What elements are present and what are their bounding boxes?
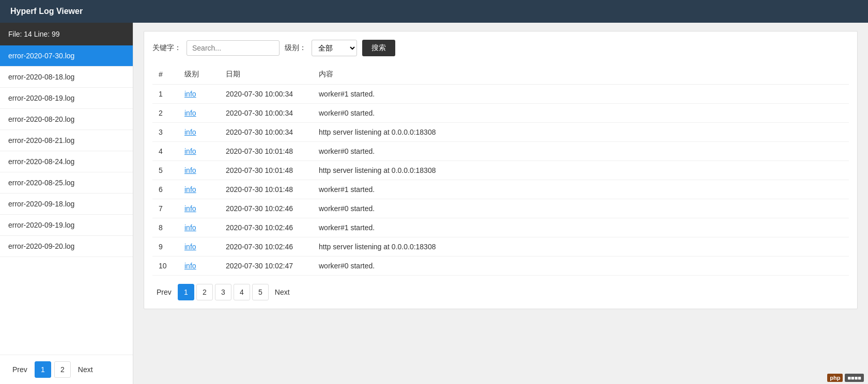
cell-content: worker#0 started.: [313, 199, 849, 218]
sidebar-page-button[interactable]: 1: [35, 361, 51, 378]
sidebar-item[interactable]: error-2020-07-30.log: [0, 45, 133, 67]
cell-num: 2: [152, 104, 178, 123]
cell-num: 4: [152, 142, 178, 161]
sidebar-item[interactable]: error-2020-08-24.log: [0, 151, 133, 172]
cell-content: http server listening at 0.0.0.0:18308: [313, 161, 849, 180]
cell-date: 2020-07-30 10:01:48: [220, 161, 313, 180]
table-row: 7info2020-07-30 10:02:46worker#0 started…: [152, 199, 849, 218]
footer-version-badge: ■■■■: [845, 374, 864, 382]
cell-num: 1: [152, 85, 178, 104]
cell-content: http server listening at 0.0.0.0:18308: [313, 123, 849, 142]
cell-date: 2020-07-30 10:00:34: [220, 123, 313, 142]
cell-date: 2020-07-30 10:01:48: [220, 142, 313, 161]
content-pagination: Prev12345Next: [152, 284, 849, 300]
table-row: 4info2020-07-30 10:01:48worker#0 started…: [152, 142, 849, 161]
cell-content: worker#1 started.: [313, 180, 849, 199]
cell-num: 9: [152, 237, 178, 257]
keyword-label: 关键字：: [152, 43, 181, 53]
sidebar: File: 14 Line: 99 error-2020-07-30.loger…: [0, 23, 133, 384]
sidebar-header: File: 14 Line: 99: [0, 23, 133, 45]
footer-php-label: php: [827, 374, 843, 382]
cell-level[interactable]: info: [178, 104, 220, 123]
content-page-button[interactable]: 2: [196, 284, 213, 300]
log-table: #级别日期内容 1info2020-07-30 10:00:34worker#1…: [152, 65, 849, 276]
cell-level[interactable]: info: [178, 237, 220, 257]
cell-num: 8: [152, 218, 178, 237]
topbar: Hyperf Log Viewer: [0, 0, 868, 23]
sidebar-pagination: Prev12Next: [0, 355, 133, 384]
content-page-button[interactable]: 1: [178, 284, 194, 300]
table-row: 1info2020-07-30 10:00:34worker#1 started…: [152, 85, 849, 104]
cell-level[interactable]: info: [178, 257, 220, 276]
content-area: 关键字： 级别： 全部infowarningerrordebug 搜索 #级别日…: [133, 23, 868, 384]
table-col-header: 级别: [178, 65, 220, 85]
cell-level[interactable]: info: [178, 161, 220, 180]
content-page-button[interactable]: 4: [234, 284, 250, 300]
cell-content: worker#0 started.: [313, 142, 849, 161]
content-card: 关键字： 级别： 全部infowarningerrordebug 搜索 #级别日…: [144, 31, 858, 309]
table-row: 10info2020-07-30 10:02:47worker#0 starte…: [152, 257, 849, 276]
footer: php ■■■■: [823, 372, 868, 384]
cell-date: 2020-07-30 10:02:46: [220, 218, 313, 237]
search-bar: 关键字： 级别： 全部infowarningerrordebug 搜索: [152, 40, 849, 56]
level-select[interactable]: 全部infowarningerrordebug: [312, 40, 357, 56]
cell-num: 6: [152, 180, 178, 199]
table-row: 2info2020-07-30 10:00:34worker#0 started…: [152, 104, 849, 123]
sidebar-file-list: error-2020-07-30.logerror-2020-08-18.log…: [0, 45, 133, 355]
cell-level[interactable]: info: [178, 85, 220, 104]
sidebar-item[interactable]: error-2020-08-19.log: [0, 88, 133, 109]
main-layout: File: 14 Line: 99 error-2020-07-30.loger…: [0, 23, 868, 384]
table-row: 9info2020-07-30 10:02:46http server list…: [152, 237, 849, 257]
cell-date: 2020-07-30 10:02:46: [220, 199, 313, 218]
sidebar-item[interactable]: error-2020-08-18.log: [0, 67, 133, 88]
sidebar-prev-button[interactable]: Prev: [8, 361, 32, 378]
table-row: 3info2020-07-30 10:00:34http server list…: [152, 123, 849, 142]
sidebar-item[interactable]: error-2020-08-20.log: [0, 109, 133, 130]
cell-content: worker#1 started.: [313, 85, 849, 104]
cell-date: 2020-07-30 10:00:34: [220, 85, 313, 104]
cell-num: 7: [152, 199, 178, 218]
cell-date: 2020-07-30 10:02:47: [220, 257, 313, 276]
cell-content: worker#0 started.: [313, 104, 849, 123]
cell-content: http server listening at 0.0.0.0:18308: [313, 237, 849, 257]
cell-num: 3: [152, 123, 178, 142]
content-page-button[interactable]: 5: [252, 284, 269, 300]
table-header: #级别日期内容: [152, 65, 849, 85]
cell-content: worker#0 started.: [313, 257, 849, 276]
table-col-header: 日期: [220, 65, 313, 85]
cell-level[interactable]: info: [178, 199, 220, 218]
cell-level[interactable]: info: [178, 218, 220, 237]
sidebar-item[interactable]: error-2020-09-19.log: [0, 215, 133, 236]
content-prev-button[interactable]: Prev: [152, 284, 176, 300]
sidebar-next-button[interactable]: Next: [74, 361, 97, 378]
cell-level[interactable]: info: [178, 123, 220, 142]
table-body: 1info2020-07-30 10:00:34worker#1 started…: [152, 85, 849, 276]
sidebar-item[interactable]: error-2020-09-20.log: [0, 236, 133, 257]
content-page-button[interactable]: 3: [215, 284, 231, 300]
table-col-header: #: [152, 65, 178, 85]
cell-level[interactable]: info: [178, 142, 220, 161]
search-button[interactable]: 搜索: [362, 40, 395, 56]
cell-date: 2020-07-30 10:02:46: [220, 237, 313, 257]
app-title: Hyperf Log Viewer: [10, 7, 83, 16]
content-next-button[interactable]: Next: [271, 284, 294, 300]
table-header-row: #级别日期内容: [152, 65, 849, 85]
cell-level[interactable]: info: [178, 180, 220, 199]
table-row: 8info2020-07-30 10:02:46worker#1 started…: [152, 218, 849, 237]
level-label: 级别：: [285, 43, 306, 53]
cell-num: 10: [152, 257, 178, 276]
sidebar-item[interactable]: error-2020-08-25.log: [0, 172, 133, 194]
sidebar-item[interactable]: error-2020-09-18.log: [0, 194, 133, 215]
cell-num: 5: [152, 161, 178, 180]
table-row: 6info2020-07-30 10:01:48worker#1 started…: [152, 180, 849, 199]
table-row: 5info2020-07-30 10:01:48http server list…: [152, 161, 849, 180]
table-col-header: 内容: [313, 65, 849, 85]
search-input[interactable]: [187, 40, 280, 56]
cell-date: 2020-07-30 10:00:34: [220, 104, 313, 123]
cell-content: worker#1 started.: [313, 218, 849, 237]
cell-date: 2020-07-30 10:01:48: [220, 180, 313, 199]
sidebar-item[interactable]: error-2020-08-21.log: [0, 130, 133, 151]
sidebar-page-button[interactable]: 2: [54, 361, 71, 378]
